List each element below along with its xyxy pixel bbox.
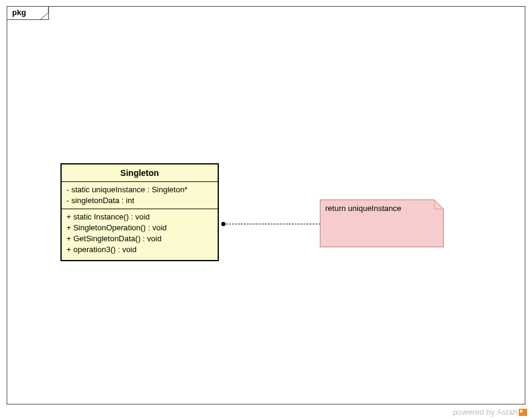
class-name: Singleton <box>62 164 218 182</box>
uml-class-singleton: Singleton - static uniqueInstance : Sing… <box>60 163 219 261</box>
note-fold-icon <box>434 200 444 209</box>
class-operation: + GetSingletonData() : void <box>66 233 213 244</box>
astah-logo-icon <box>519 409 527 416</box>
tab-notch-icon <box>41 7 49 20</box>
class-attribute: - static uniqueInstance : Singleton* <box>66 184 213 195</box>
class-operation: + SingletonOperation() : void <box>66 222 213 233</box>
package-label: pkg <box>12 8 26 17</box>
class-operation: + static Instance() : void <box>66 212 213 222</box>
class-operations-section: + static Instance() : void + SingletonOp… <box>62 209 218 260</box>
package-tab: pkg <box>7 6 49 20</box>
class-attributes-section: - static uniqueInstance : Singleton* - s… <box>62 182 218 209</box>
uml-note: return uniqueInstance <box>320 200 444 247</box>
credit-brand: Astah <box>497 408 517 417</box>
class-attribute: - singletonData : int <box>66 195 213 206</box>
note-text: return uniqueInstance <box>325 204 438 213</box>
class-operation: + operation3() : void <box>66 244 213 255</box>
credit-prefix: powered by <box>453 408 496 417</box>
footer-credit: powered by Astah <box>453 408 527 417</box>
